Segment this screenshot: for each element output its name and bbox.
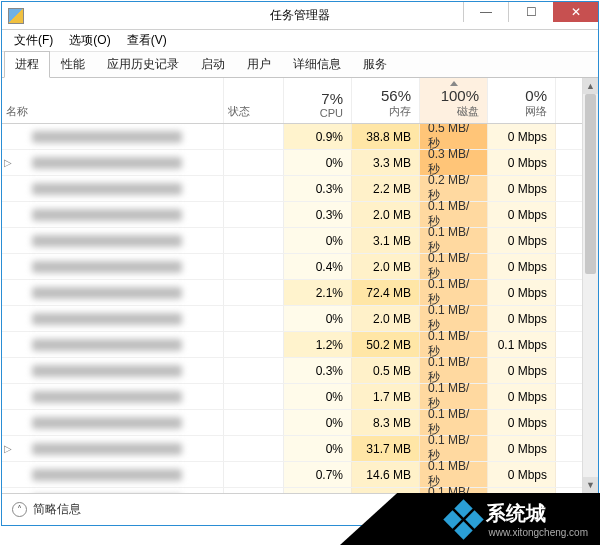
cell-disk: 0.1 MB/秒	[420, 228, 488, 253]
tab-4[interactable]: 用户	[236, 51, 282, 77]
col-network[interactable]: 0% 网络	[488, 78, 556, 123]
menu-file[interactable]: 文件(F)	[6, 30, 61, 51]
maximize-button[interactable]: ☐	[508, 2, 553, 22]
tab-3[interactable]: 启动	[190, 51, 236, 77]
cell-name	[2, 488, 224, 493]
cell-mem: 2.0 MB	[352, 202, 420, 227]
cell-name	[2, 332, 224, 357]
cell-net: 0 Mbps	[488, 254, 556, 279]
fewer-details-link[interactable]: 简略信息	[33, 501, 81, 518]
cell-disk: 0.1 MB/秒	[420, 306, 488, 331]
cell-mem: 14.6 MB	[352, 462, 420, 487]
cell-status	[224, 280, 284, 305]
cell-net: 0 Mbps	[488, 176, 556, 201]
table-row[interactable]: 0%4.8 MB0.1 MB/秒0 Mbps	[2, 488, 582, 493]
table-row[interactable]: 0%1.7 MB0.1 MB/秒0 Mbps	[2, 384, 582, 410]
scroll-thumb[interactable]	[585, 94, 596, 274]
cell-cpu: 0.3%	[284, 358, 352, 383]
close-button[interactable]: ✕	[553, 2, 598, 22]
cell-disk: 0.1 MB/秒	[420, 202, 488, 227]
scroll-up-icon[interactable]: ▲	[583, 78, 598, 94]
table-row[interactable]: 0.9%38.8 MB0.5 MB/秒0 Mbps	[2, 124, 582, 150]
cell-net: 0 Mbps	[488, 124, 556, 149]
tab-2[interactable]: 应用历史记录	[96, 51, 190, 77]
table-row[interactable]: 0.4%2.0 MB0.1 MB/秒0 Mbps	[2, 254, 582, 280]
table-row[interactable]: 1.2%50.2 MB0.1 MB/秒0.1 Mbps	[2, 332, 582, 358]
expand-icon[interactable]: ▷	[4, 443, 12, 454]
menubar: 文件(F) 选项(O) 查看(V)	[2, 30, 598, 52]
cell-mem: 38.8 MB	[352, 124, 420, 149]
table-row[interactable]: 2.1%72.4 MB0.1 MB/秒0 Mbps	[2, 280, 582, 306]
app-icon	[8, 8, 24, 24]
cell-mem: 2.2 MB	[352, 176, 420, 201]
cell-cpu: 1.2%	[284, 332, 352, 357]
cell-status	[224, 358, 284, 383]
task-manager-window: 任务管理器 — ☐ ✕ 文件(F) 选项(O) 查看(V) 进程性能应用历史记录…	[1, 1, 599, 526]
table-row[interactable]: 0.3%0.5 MB0.1 MB/秒0 Mbps	[2, 358, 582, 384]
cell-cpu: 0%	[284, 436, 352, 461]
table-row[interactable]: 0%8.3 MB0.1 MB/秒0 Mbps	[2, 410, 582, 436]
cell-disk: 0.1 MB/秒	[420, 436, 488, 461]
table-row[interactable]: ▷0%3.3 MB0.3 MB/秒0 Mbps	[2, 150, 582, 176]
table-row[interactable]: 0%3.1 MB0.1 MB/秒0 Mbps	[2, 228, 582, 254]
cell-status	[224, 124, 284, 149]
cell-status	[224, 384, 284, 409]
cell-net: 0 Mbps	[488, 228, 556, 253]
col-memory[interactable]: 56% 内存	[352, 78, 420, 123]
cell-status	[224, 150, 284, 175]
menu-view[interactable]: 查看(V)	[119, 30, 175, 51]
cell-name	[2, 176, 224, 201]
tab-5[interactable]: 详细信息	[282, 51, 352, 77]
tab-6[interactable]: 服务	[352, 51, 398, 77]
chevron-up-icon[interactable]: ˄	[12, 502, 27, 517]
cell-mem: 4.8 MB	[352, 488, 420, 493]
scroll-down-icon[interactable]: ▼	[583, 477, 598, 493]
cell-mem: 3.3 MB	[352, 150, 420, 175]
watermark-url: www.xitongcheng.com	[489, 527, 589, 538]
minimize-button[interactable]: —	[463, 2, 508, 22]
cell-cpu: 0.3%	[284, 176, 352, 201]
cell-net: 0 Mbps	[488, 410, 556, 435]
table-row[interactable]: 0.3%2.2 MB0.2 MB/秒0 Mbps	[2, 176, 582, 202]
cell-disk: 0.5 MB/秒	[420, 124, 488, 149]
tab-0[interactable]: 进程	[4, 51, 50, 78]
cell-name	[2, 384, 224, 409]
cell-name	[2, 306, 224, 331]
cell-mem: 31.7 MB	[352, 436, 420, 461]
titlebar[interactable]: 任务管理器 — ☐ ✕	[2, 2, 598, 30]
cell-net: 0 Mbps	[488, 202, 556, 227]
cell-name	[2, 280, 224, 305]
table-row[interactable]: 0.3%2.0 MB0.1 MB/秒0 Mbps	[2, 202, 582, 228]
table-row[interactable]: ▷0%31.7 MB0.1 MB/秒0 Mbps	[2, 436, 582, 462]
table-body: 0.9%38.8 MB0.5 MB/秒0 Mbps▷0%3.3 MB0.3 MB…	[2, 124, 582, 493]
vertical-scrollbar[interactable]: ▲ ▼	[582, 78, 598, 493]
cell-status	[224, 488, 284, 493]
cell-name	[2, 202, 224, 227]
table-row[interactable]: 0%2.0 MB0.1 MB/秒0 Mbps	[2, 306, 582, 332]
expand-icon[interactable]: ▷	[4, 157, 12, 168]
cell-disk: 0.2 MB/秒	[420, 176, 488, 201]
cell-name	[2, 254, 224, 279]
col-status[interactable]: 状态	[224, 78, 284, 123]
cell-status	[224, 176, 284, 201]
cell-net: 0 Mbps	[488, 384, 556, 409]
col-disk[interactable]: 100% 磁盘	[420, 78, 488, 123]
cell-name	[2, 358, 224, 383]
process-table: 名称 状态 7% CPU 56% 内存 100% 磁盘 0%	[2, 78, 598, 493]
tab-1[interactable]: 性能	[50, 51, 96, 77]
cell-cpu: 0.3%	[284, 202, 352, 227]
cell-name	[2, 228, 224, 253]
cell-net: 0 Mbps	[488, 436, 556, 461]
cell-disk: 0.1 MB/秒	[420, 488, 488, 493]
cell-mem: 3.1 MB	[352, 228, 420, 253]
col-name[interactable]: 名称	[2, 78, 224, 123]
col-cpu[interactable]: 7% CPU	[284, 78, 352, 123]
menu-options[interactable]: 选项(O)	[61, 30, 118, 51]
table-row[interactable]: 0.7%14.6 MB0.1 MB/秒0 Mbps	[2, 462, 582, 488]
cell-disk: 0.1 MB/秒	[420, 254, 488, 279]
cell-mem: 0.5 MB	[352, 358, 420, 383]
cell-mem: 8.3 MB	[352, 410, 420, 435]
cell-net: 0 Mbps	[488, 488, 556, 493]
cell-status	[224, 462, 284, 487]
cell-mem: 2.0 MB	[352, 306, 420, 331]
